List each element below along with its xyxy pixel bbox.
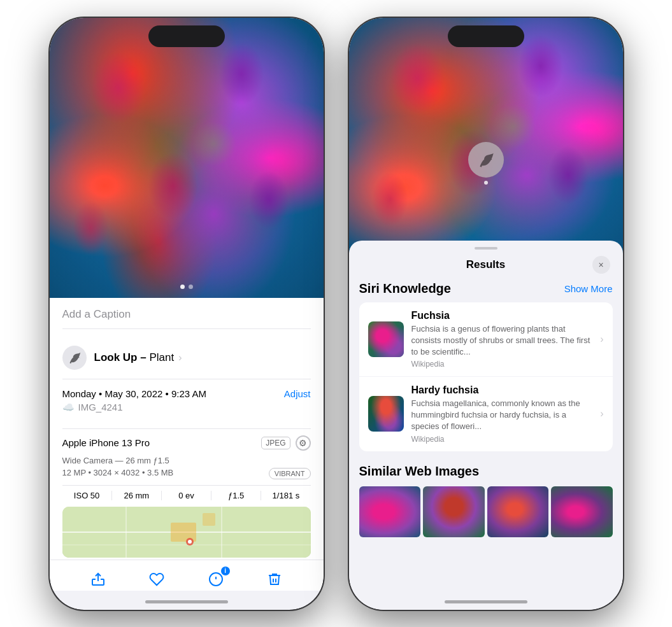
- knowledge-item-fuchsia[interactable]: Fuchsia Fuchsia is a genus of flowering …: [359, 302, 613, 377]
- filename-row: ☁️ IMG_4241: [62, 402, 311, 413]
- camera-details: Wide Camera — 26 mm ƒ1.5: [62, 456, 311, 465]
- svg-rect-6: [203, 513, 215, 526]
- right-screen: Results × Siri Knowledge Show More: [349, 18, 623, 610]
- close-button[interactable]: ×: [592, 256, 610, 274]
- delete-button[interactable]: [263, 568, 286, 591]
- chevron-right-icon-2: ›: [600, 408, 603, 419]
- map-roads-svg: [62, 507, 311, 558]
- similar-thumb-3[interactable]: [487, 486, 549, 537]
- drag-handle[interactable]: [475, 247, 497, 250]
- results-header: Results ×: [349, 253, 623, 281]
- format-badge: JPEG: [261, 437, 290, 449]
- exif-aperture: ƒ1.5: [211, 491, 261, 500]
- favorite-button[interactable]: [145, 568, 168, 591]
- visual-intelligence-button[interactable]: [468, 142, 504, 178]
- dynamic-island-right: [448, 25, 524, 47]
- map-preview[interactable]: [62, 507, 311, 558]
- fuchsia-desc: Fuchsia is a genus of flowering plants t…: [411, 323, 593, 358]
- cloud-icon: ☁️: [62, 402, 75, 413]
- leaf-vi-icon: [477, 151, 495, 169]
- home-indicator: [145, 600, 228, 603]
- badge-row: JPEG ⚙: [261, 435, 310, 451]
- dot-2: [189, 285, 193, 289]
- resolution-text: 12 MP • 3024 × 4032 • 3.5 MB: [62, 468, 174, 477]
- right-photo-area: [349, 18, 623, 260]
- gear-icon: ⚙: [296, 435, 311, 451]
- info-panel: Add a Caption Look Up – Plant › Monday •…: [50, 298, 324, 568]
- left-phone: Add a Caption Look Up – Plant › Monday •…: [50, 18, 324, 610]
- hardy-name: Hardy fuchsia: [411, 384, 593, 396]
- vibrant-badge: VIBRANT: [269, 468, 311, 479]
- look-up-label: Look Up –: [94, 351, 147, 363]
- date-text: Monday • May 30, 2022 • 9:23 AM: [62, 388, 206, 399]
- date-row: Monday • May 30, 2022 • 9:23 AM Adjust: [62, 388, 311, 399]
- adjust-button[interactable]: Adjust: [284, 388, 311, 399]
- exif-iso: ISO 50: [62, 491, 112, 500]
- info-badge: i: [221, 567, 230, 575]
- chevron-right-icon: ›: [178, 351, 182, 363]
- share-button[interactable]: [87, 568, 110, 591]
- look-up-text: Look Up – Plant ›: [94, 351, 182, 364]
- fuchsia-thumb-img: [368, 321, 404, 357]
- device-row: Apple iPhone 13 Pro JPEG ⚙: [62, 435, 311, 451]
- siri-knowledge-header: Siri Knowledge Show More: [359, 281, 613, 296]
- results-title: Results: [380, 258, 592, 271]
- svg-point-8: [188, 540, 192, 544]
- leaf-icon: [68, 351, 82, 365]
- hardy-source: Wikipedia: [411, 435, 593, 444]
- device-section: Apple iPhone 13 Pro JPEG ⚙ Wide Camera —…: [62, 428, 311, 500]
- dynamic-island: [148, 25, 225, 47]
- home-indicator-right: [445, 600, 527, 603]
- caption-input[interactable]: Add a Caption: [62, 308, 311, 329]
- similar-grid: [359, 486, 613, 537]
- similar-section: Similar Web Images: [359, 464, 613, 537]
- hardy-text: Hardy fuchsia Fuchsia magellanica, commo…: [411, 384, 593, 444]
- knowledge-card: Fuchsia Fuchsia is a genus of flowering …: [359, 302, 613, 451]
- similar-thumb-2[interactable]: [423, 486, 485, 537]
- left-screen: Add a Caption Look Up – Plant › Monday •…: [50, 18, 324, 610]
- page-dots: [180, 285, 193, 289]
- exif-row: ISO 50 26 mm 0 ev ƒ1.5 1/181 s: [62, 485, 311, 500]
- exif-ev: 0 ev: [162, 491, 211, 500]
- hardy-desc: Fuchsia magellanica, commonly known as t…: [411, 398, 593, 433]
- hardy-thumb-img: [368, 396, 404, 432]
- vi-dot: [484, 181, 488, 185]
- fuchsia-source: Wikipedia: [411, 360, 593, 369]
- fuchsia-thumb: [368, 321, 404, 357]
- similar-title: Similar Web Images: [359, 464, 613, 479]
- siri-knowledge-title: Siri Knowledge: [359, 281, 451, 296]
- meta-section: Monday • May 30, 2022 • 9:23 AM Adjust ☁…: [62, 379, 311, 419]
- look-up-subject: Plant: [149, 351, 174, 363]
- fuchsia-name: Fuchsia: [411, 310, 593, 321]
- look-up-icon: [62, 346, 87, 370]
- show-more-button[interactable]: Show More: [564, 283, 613, 294]
- similar-thumb-1[interactable]: [359, 486, 421, 537]
- results-panel: Results × Siri Knowledge Show More: [349, 241, 623, 610]
- knowledge-item-hardy[interactable]: Hardy fuchsia Fuchsia magellanica, commo…: [359, 377, 613, 451]
- resolution-row: 12 MP • 3024 × 4032 • 3.5 MB VIBRANT: [62, 468, 311, 480]
- toolbar: i: [50, 560, 324, 591]
- exif-shutter: 1/181 s: [261, 491, 310, 500]
- fuchsia-text: Fuchsia Fuchsia is a genus of flowering …: [411, 310, 593, 369]
- results-content: Siri Knowledge Show More Fuchsia Fuchsia…: [349, 281, 623, 610]
- hardy-thumb: [368, 396, 404, 432]
- svg-rect-5: [171, 523, 196, 542]
- exif-focal: 26 mm: [112, 491, 162, 500]
- similar-thumb-4[interactable]: [551, 486, 613, 537]
- right-flower-overlay: [349, 18, 623, 260]
- flower-overlay: [50, 18, 324, 298]
- right-phone: Results × Siri Knowledge Show More: [349, 18, 623, 610]
- device-name: Apple iPhone 13 Pro: [62, 437, 150, 448]
- look-up-row[interactable]: Look Up – Plant ›: [62, 339, 311, 376]
- chevron-right-icon: ›: [600, 334, 603, 345]
- dot-1: [180, 285, 185, 289]
- filename: IMG_4241: [78, 402, 123, 412]
- photo-area[interactable]: [50, 18, 324, 298]
- info-button[interactable]: i: [204, 568, 227, 591]
